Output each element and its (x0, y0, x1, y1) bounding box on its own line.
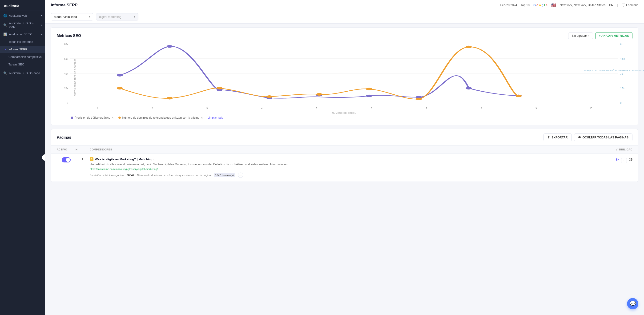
sidebar-item-label: Auditoría SEO On-page (9, 22, 39, 28)
sidebar-item-tareas-seo[interactable]: Tareas SEO (0, 61, 45, 68)
sidebar-item-analizador-serp[interactable]: 📊 Analizador SERP ▴ (0, 30, 45, 38)
add-metrics-button[interactable]: + AÑADIR MÉTRICAS (595, 32, 632, 39)
table-header: ACTIVO Nº COMPETIDORES VISIBILIDAD (51, 146, 638, 154)
svg-point-21 (316, 93, 322, 96)
sidebar-item-label: Todos los informes (8, 40, 33, 44)
svg-point-24 (466, 46, 472, 48)
metric-badge: 1647 dominio(s) (214, 173, 235, 177)
export-button[interactable]: ⬆ EXPORTAR (544, 134, 572, 141)
visibility-eye-icon[interactable]: 👁 (615, 158, 619, 162)
competitor-cell: C Was ist digitales Marketing? | Mailchi… (90, 157, 604, 178)
language-display: EN (609, 4, 613, 7)
pages-actions: ⬆ EXPORTAR 👁 OCULTAR TODAS LAS PÁGINAS (544, 134, 632, 141)
chat-button[interactable]: 💬 (627, 298, 638, 309)
col-visibility: VISIBILIDAD (604, 148, 632, 151)
sidebar-item-label: Comparación competitiva (8, 55, 42, 58)
legend-dot-domains (118, 116, 121, 119)
filter-bar: Modo: Visibilidad ▾ digital marketing ▾ (45, 10, 644, 24)
row-number: 1 (76, 157, 90, 161)
group-button[interactable]: Sin agrupar ▾ (568, 32, 593, 39)
search-icon-2: 🔍 (3, 71, 7, 75)
date-display: Feb-20 2024 (500, 4, 517, 7)
sidebar-item-label: Analizador SERP (9, 33, 32, 36)
clear-all-button[interactable]: Limpiar todo (208, 116, 223, 119)
chat-icon: 💬 (630, 301, 636, 307)
y-label-right: NÚMERO DE DOMINIOS DE REFERENCIA QUE ENL… (630, 69, 633, 72)
mode-select[interactable]: Modo: Visibilidad ▾ (51, 13, 93, 20)
competitor-url[interactable]: https://mailchimp.com/marketing-glossary… (90, 168, 604, 170)
topbar: Informe SERP Feb-20 2024 Top 10 Google 🇺… (45, 0, 644, 10)
active-toggle[interactable] (62, 157, 70, 162)
svg-point-19 (216, 87, 223, 90)
pages-header: Páginas ⬆ EXPORTAR 👁 OCULTAR TODAS LAS P… (51, 129, 638, 146)
table-row: 1 C Was ist digitales Marketing? | Mailc… (51, 154, 638, 182)
svg-point-17 (117, 87, 123, 90)
svg-rect-0 (622, 4, 625, 6)
keyword-select[interactable]: digital marketing ▾ (96, 13, 138, 20)
x-label: NÚMERO DE ORDEN (70, 112, 618, 114)
globe-icon: 🌐 (3, 14, 7, 18)
chevron-down-icon: ▾ (41, 14, 42, 17)
sidebar-item-todos-informes[interactable]: Todos los informes (0, 38, 45, 46)
visibility-value: 35 (629, 158, 632, 161)
content-area: Modo: Visibilidad ▾ digital marketing ▾ … (45, 10, 644, 315)
chart-container: 80k 60k 40k 20k 0 6k 4.5k 3k 1.5k 0 PREV… (57, 43, 632, 111)
top10-display: Top 10 (521, 4, 530, 7)
sidebar-collapse-button[interactable]: ‹ (42, 154, 45, 161)
col-activo: ACTIVO (57, 148, 76, 151)
google-logo: Google (533, 3, 548, 7)
svg-point-15 (466, 87, 472, 90)
mode-label: Modo: Visibilidad (54, 15, 77, 18)
chevron-down-icon: ▾ (41, 24, 42, 26)
active-cell (57, 157, 76, 162)
svg-point-22 (366, 88, 372, 90)
legend-remove-traffic[interactable]: ✕ (112, 116, 114, 119)
y-axis-right: 6k 4.5k 3k 1.5k 0 (618, 43, 632, 104)
chevron-up-icon: ▴ (41, 33, 42, 36)
chevron-down-icon: ▾ (134, 15, 135, 18)
sidebar-item-auditoria-seo-2[interactable]: 🔍 Auditoría SEO On-page (0, 69, 45, 77)
sidebar-item-auditoria-web[interactable]: 🌐 Auditoría web ▾ (0, 12, 45, 20)
sidebar-item-label: Tareas SEO (8, 63, 24, 66)
metrics-header: Métricas SEO Sin agrupar ▾ + AÑADIR MÉTR… (57, 32, 632, 39)
sidebar-logo: Auditoría (0, 0, 45, 11)
competitor-link[interactable]: Was ist digitales Marketing? | Mailchimp (95, 158, 154, 161)
chart-svg-area: 1 2 3 4 5 6 7 8 9 10 NÚMERO DE ORDEN (70, 43, 618, 111)
col-num: Nº (76, 148, 90, 151)
pages-title: Páginas (57, 135, 71, 140)
chevron-down-icon: ▾ (89, 15, 90, 18)
hide-pages-button[interactable]: 👁 OCULTAR TODAS LAS PÁGINAS (574, 134, 632, 141)
sidebar-item-label: Informe SERP (8, 48, 27, 51)
location-display: New York, New York, United States (560, 4, 606, 7)
svg-point-25 (516, 95, 522, 97)
pages-section: Páginas ⬆ EXPORTAR 👁 OCULTAR TODAS LAS P… (51, 129, 638, 182)
row-menu-button[interactable]: ⋮ (621, 158, 627, 164)
sidebar-item-informe-serp[interactable]: Informe SERP (0, 46, 45, 53)
topbar-right: Feb-20 2024 Top 10 Google 🇺🇸 New York, N… (500, 3, 638, 7)
sidebar-item-label: Auditoría web (9, 14, 27, 18)
svg-point-20 (266, 95, 272, 98)
keyword-label: digital marketing (99, 15, 122, 18)
legend-dot-traffic (71, 116, 73, 119)
sidebar: Auditoría 🌐 Auditoría web ▾ 🔍 Auditoría … (0, 0, 45, 315)
legend-domains: Número de dominios de referencia que enl… (118, 116, 203, 119)
metrics-title: Métricas SEO (57, 34, 81, 38)
sidebar-section: 🌐 Auditoría web ▾ 🔍 Auditoría SEO On-pag… (0, 11, 45, 78)
sidebar-item-comparacion[interactable]: Comparación competitiva (0, 53, 45, 61)
chart-legend: Previsión de tráfico orgánico ✕ Número d… (57, 114, 632, 120)
svg-point-13 (366, 95, 372, 97)
col-competitors: COMPETIDORES (90, 148, 604, 151)
svg-point-23 (416, 98, 422, 100)
metrics-actions: Sin agrupar ▾ + AÑADIR MÉTRICAS (568, 32, 632, 39)
more-metrics-button[interactable]: ⋯ (238, 172, 243, 178)
x-axis-labels: 1 2 3 4 5 6 7 8 9 10 (70, 106, 618, 111)
page-title: Informe SERP (51, 3, 78, 8)
device-display: Escritorio (622, 3, 638, 7)
legend-remove-domains[interactable]: ✕ (201, 116, 203, 119)
sidebar-item-auditoria-seo-1[interactable]: 🔍 Auditoría SEO On-page ▾ (0, 20, 45, 30)
chart-icon: 📊 (3, 32, 7, 36)
svg-point-18 (167, 97, 173, 100)
export-icon: ⬆ (548, 136, 550, 139)
competitor-metrics: Previsión de tráfico orgánico 36547 Núme… (90, 172, 604, 178)
metrics-section: Métricas SEO Sin agrupar ▾ + AÑADIR MÉTR… (51, 27, 638, 125)
